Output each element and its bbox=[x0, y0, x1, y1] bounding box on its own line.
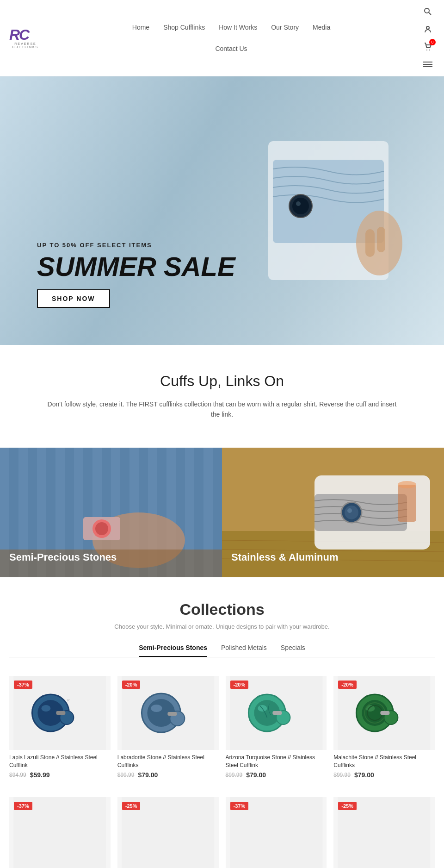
sale-price-lapis: $59.99 bbox=[30, 771, 50, 779]
product-name-lapis: Lapis Lazuli Stone // Stainless Steel Cu… bbox=[9, 754, 111, 769]
tab-semi-precious[interactable]: Semi-Precious Stones bbox=[139, 644, 207, 657]
search-button[interactable] bbox=[421, 5, 435, 19]
logo-sub: REVERSE CUFFLINKS bbox=[9, 42, 42, 49]
svg-text:rc: rc bbox=[67, 698, 70, 702]
sale-price-malachite: $79.00 bbox=[354, 771, 374, 779]
hero-section: UP TO 50% OFF SELECT ITEMS SUMMER SALE S… bbox=[0, 76, 444, 345]
cart-badge: 0 bbox=[429, 39, 436, 45]
site-header: RC REVERSE CUFFLINKS Home Shop Cufflinks… bbox=[0, 0, 444, 76]
discount-badge-r2-1: -37% bbox=[14, 802, 32, 810]
svg-rect-55 bbox=[167, 712, 177, 716]
products-row-2: -37% -25% -37% -2 bbox=[9, 793, 435, 868]
tab-specials[interactable]: Specials bbox=[281, 644, 305, 657]
svg-point-0 bbox=[425, 8, 429, 13]
sale-price-turquoise: $79.00 bbox=[246, 771, 266, 779]
product-card-r2-1[interactable]: -37% bbox=[9, 797, 111, 868]
collections-section: Collections Choose your style. Minimal o… bbox=[0, 577, 444, 868]
svg-point-9 bbox=[296, 201, 301, 206]
original-price-turquoise: $99.99 bbox=[226, 772, 243, 778]
logo-text: RC bbox=[9, 27, 42, 42]
shop-now-button[interactable]: SHOP NOW bbox=[37, 289, 110, 308]
product-image-labradorite: -20% bbox=[117, 676, 219, 750]
discount-badge-labradorite: -20% bbox=[122, 681, 141, 689]
account-button[interactable] bbox=[421, 22, 435, 36]
collections-subheading: Choose your style. Minimal or ornate. Un… bbox=[9, 623, 435, 630]
nav-row-primary: Home Shop Cufflinks How It Works Our Sto… bbox=[132, 24, 330, 31]
product-price-lapis: $94.99 $59.99 bbox=[9, 771, 111, 779]
nav-our-story[interactable]: Our Story bbox=[271, 24, 299, 31]
svg-rect-69 bbox=[381, 711, 390, 715]
header-icons: 0 bbox=[421, 0, 435, 76]
nav-home[interactable]: Home bbox=[132, 24, 149, 31]
category-semi-precious[interactable]: Semi-Precious Stones bbox=[0, 448, 222, 577]
nav-contact-us[interactable]: Contact Us bbox=[215, 45, 247, 52]
discount-badge-malachite: -20% bbox=[338, 681, 357, 689]
product-image-r2-2: -25% bbox=[117, 797, 219, 868]
product-price-turquoise: $99.99 $79.00 bbox=[226, 771, 327, 779]
product-image-r2-1: -37% bbox=[9, 797, 111, 868]
hero-title: SUMMER SALE bbox=[37, 253, 235, 280]
intro-section: Cuffs Up, Links On Don't follow style, c… bbox=[0, 345, 444, 448]
category-label-right: Stainless & Aluminum bbox=[231, 551, 338, 563]
original-price-lapis: $94.99 bbox=[9, 772, 26, 778]
product-card-turquoise[interactable]: -20% Arizona Turquoise Stone // Stainles… bbox=[226, 676, 327, 779]
svg-rect-48 bbox=[56, 711, 65, 715]
product-card-r2-3[interactable]: -37% bbox=[226, 797, 327, 868]
intro-heading: Cuffs Up, Links On bbox=[46, 373, 398, 390]
original-price-labradorite: $99.99 bbox=[117, 772, 135, 778]
svg-point-3 bbox=[426, 50, 427, 50]
product-card-labradorite[interactable]: -20% Labradorite Stone // Stainless Stee… bbox=[117, 676, 219, 779]
product-price-malachite: $99.99 $79.00 bbox=[333, 771, 435, 779]
product-image-lapis: -37% rc bbox=[9, 676, 111, 750]
product-name-turquoise: Arizona Turquoise Stone // Stainless Ste… bbox=[226, 754, 327, 769]
product-card-malachite[interactable]: -20% Malachite Stone // Stainless Steel … bbox=[333, 676, 435, 779]
logo[interactable]: RC REVERSE CUFFLINKS bbox=[9, 24, 42, 52]
nav-shop-cufflinks[interactable]: Shop Cufflinks bbox=[163, 24, 205, 31]
product-name-labradorite: Labradorite Stone // Stainless Steel Cuf… bbox=[117, 754, 219, 769]
discount-badge-lapis: -37% bbox=[14, 681, 32, 689]
discount-badge-r2-3: -37% bbox=[230, 802, 249, 810]
hero-content: UP TO 50% OFF SELECT ITEMS SUMMER SALE S… bbox=[0, 242, 235, 345]
svg-point-42 bbox=[398, 481, 416, 488]
category-label-left: Semi-Precious Stones bbox=[9, 551, 117, 563]
nav-row-secondary: Contact Us bbox=[215, 45, 247, 52]
collection-tabs: Semi-Precious Stones Polished Metals Spe… bbox=[9, 644, 435, 657]
products-row-1: -37% rc Lapis Lazuli Stone // Stainless … bbox=[9, 671, 435, 784]
product-image-r2-3: -37% bbox=[226, 797, 327, 868]
menu-button[interactable] bbox=[421, 57, 435, 71]
hero-subtitle: UP TO 50% OFF SELECT ITEMS bbox=[37, 242, 235, 249]
tab-polished-metals[interactable]: Polished Metals bbox=[221, 644, 267, 657]
intro-body: Don't follow style, create it. The FIRST… bbox=[46, 399, 398, 420]
svg-point-39 bbox=[345, 506, 358, 519]
original-price-malachite: $99.99 bbox=[333, 772, 351, 778]
product-image-r2-4: -25% bbox=[333, 797, 435, 868]
svg-point-40 bbox=[347, 508, 352, 513]
svg-point-4 bbox=[429, 50, 430, 50]
nav-how-it-works[interactable]: How It Works bbox=[219, 24, 257, 31]
svg-rect-12 bbox=[377, 227, 385, 252]
product-card-lapis[interactable]: -37% rc Lapis Lazuli Stone // Stainless … bbox=[9, 676, 111, 779]
svg-rect-61 bbox=[272, 711, 282, 715]
svg-line-1 bbox=[429, 12, 431, 15]
product-image-malachite: -20% bbox=[333, 676, 435, 750]
hamburger-icon bbox=[423, 62, 432, 67]
svg-point-8 bbox=[292, 198, 309, 214]
cart-button[interactable]: 0 bbox=[421, 40, 435, 54]
svg-point-46 bbox=[41, 705, 50, 712]
logo-area: RC REVERSE CUFFLINKS bbox=[9, 24, 42, 52]
discount-badge-r2-4: -25% bbox=[338, 802, 357, 810]
svg-rect-41 bbox=[398, 485, 416, 522]
product-image-turquoise: -20% bbox=[226, 676, 327, 750]
product-card-r2-4[interactable]: -25% bbox=[333, 797, 435, 868]
discount-badge-r2-2: -25% bbox=[122, 802, 141, 810]
hero-cuff-illustration bbox=[259, 104, 407, 299]
svg-point-29 bbox=[95, 522, 108, 535]
product-card-r2-2[interactable]: -25% bbox=[117, 797, 219, 868]
svg-rect-11 bbox=[365, 229, 375, 257]
nav-media[interactable]: Media bbox=[313, 24, 330, 31]
product-price-labradorite: $99.99 $79.00 bbox=[117, 771, 219, 779]
categories-section: Semi-Precious Stones bbox=[0, 448, 444, 577]
svg-point-2 bbox=[426, 26, 429, 29]
category-stainless[interactable]: Stainless & Aluminum bbox=[222, 448, 444, 577]
main-nav: Home Shop Cufflinks How It Works Our Sto… bbox=[42, 24, 421, 52]
